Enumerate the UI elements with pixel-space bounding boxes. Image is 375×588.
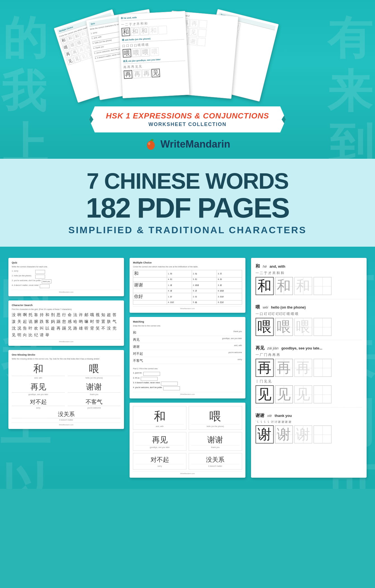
stat-words: 7 CHINESE WORDS bbox=[6, 170, 369, 192]
matching-row: 再见 goodbye, see you later bbox=[133, 337, 242, 343]
matching-footer: WriteMandarin.com bbox=[133, 392, 242, 395]
matching-title: Matching bbox=[133, 320, 242, 323]
char-section-zaijian: 再见 zài jiàn goodbye, see you late... 一厂冂… bbox=[256, 345, 362, 408]
banner-title: HSK 1 EXPRESSIONS & CONJUNCTIONS bbox=[106, 111, 269, 120]
brand-name: WriteMandarin bbox=[160, 138, 230, 150]
quiz-footer: WriteMandarin.com bbox=[12, 290, 121, 293]
quiz-thumbnail: Quiz Write the correct characters for ea… bbox=[8, 258, 124, 296]
middle-column: Multiple Choice Circle the correct one w… bbox=[130, 258, 245, 478]
top-section: 的 有 我 来 上 到 Multiple Choice Circle the c… bbox=[0, 0, 375, 159]
content-grid: Quiz Write the correct characters for ea… bbox=[8, 258, 367, 478]
trace-box-medium: 谢 bbox=[275, 425, 293, 444]
mc-title: Multiple Choice bbox=[133, 261, 242, 264]
matching-row: 和 thank you bbox=[133, 330, 242, 336]
quiz-title: Quiz bbox=[12, 261, 121, 264]
char-card-thumbnail: 和 and, with 喂 hello (on the phone) 再见 go… bbox=[130, 403, 245, 478]
char-section-he: 和 hé and, with 一二于才禾和和 和 和 和 bbox=[256, 263, 362, 299]
trace-box-solid: 和 bbox=[256, 277, 274, 295]
trace-box-empty bbox=[313, 385, 332, 403]
matching-subtitle: Draw the line to the correct one. bbox=[133, 325, 242, 327]
char-search-subtitle: Find the characters in the grid. (Find 2… bbox=[12, 308, 121, 310]
trace-box-solid: 再 bbox=[256, 359, 274, 377]
svg-point-1 bbox=[147, 141, 155, 150]
trace-box-solid: 见 bbox=[256, 385, 274, 403]
trace-box-solid: 谢 bbox=[256, 425, 274, 444]
stat-pages: 182 PDF PAGES bbox=[6, 194, 369, 222]
trace-box-empty bbox=[313, 359, 332, 377]
trace-box-medium: 再 bbox=[275, 359, 293, 377]
mc-footer: WriteMandarin.com bbox=[133, 306, 242, 309]
trace-box-outline: 谢 bbox=[294, 425, 312, 444]
missing-stroke-subtitle: Write the missing stroke in the correct … bbox=[12, 358, 121, 360]
trace-row-xie: 谢 谢 谢 bbox=[256, 425, 362, 444]
svg-point-2 bbox=[148, 142, 150, 145]
trace-box-outline: 和 bbox=[294, 277, 312, 295]
trace-box-empty bbox=[313, 318, 332, 336]
banner: HSK 1 EXPRESSIONS & CONJUNCTIONS WORKSHE… bbox=[89, 106, 286, 132]
trace-box-outline: 喂 bbox=[294, 318, 312, 336]
middle-section: 7 CHINESE WORDS 182 PDF PAGES SIMPLIFIED… bbox=[0, 159, 375, 247]
matching-row: 不客气 sorry bbox=[133, 358, 242, 364]
brand-section: WriteMandarin bbox=[0, 132, 375, 159]
stroke-order-he: 一二于才禾和和 bbox=[256, 271, 362, 276]
trace-row-wei: 喂 喂 喂 bbox=[256, 318, 362, 336]
trace-box-outline: 再 bbox=[294, 359, 312, 377]
trace-box-medium: 和 bbox=[275, 277, 293, 295]
banner-container: HSK 1 EXPRESSIONS & CONJUNCTIONS WORKSHE… bbox=[0, 106, 375, 132]
matching-row: 对不起 you're welcome bbox=[133, 351, 242, 357]
quiz-subtitle: Write the correct characters for each on… bbox=[12, 266, 121, 268]
trace-box-medium: 见 bbox=[275, 385, 293, 403]
char-section-wei: 喂 wèi hello (on the phone) 一口叮叮叮叮叮叮喂喂喂 喂… bbox=[256, 304, 362, 340]
banner-subtitle: WORKSHEET COLLECTION bbox=[106, 122, 269, 127]
trace-box-solid: 喂 bbox=[256, 318, 274, 336]
stroke-order-jian: 丨冂见见 bbox=[256, 379, 362, 384]
matching-row: 谢谢 and, with bbox=[133, 344, 242, 350]
mc-table: 和 1. 和2. 知3. 禾 4. 利5. 利6. 和 谢谢 1. 谢2. 谢谢… bbox=[133, 270, 242, 305]
missing-stroke-footer: WriteMandarin.com bbox=[12, 423, 121, 426]
stat-chars: SIMPLIFIED & TRADITIONAL CHARACTERS bbox=[6, 225, 369, 235]
char-section-xiexie: 谢谢 xiè thank you ` 讠 讠 讠 讠 讨 讨 谢 谢 谢 谢 谢… bbox=[256, 413, 362, 447]
tracing-sheet: 和 hé and, with 一二于才禾和和 和 和 和 喂 wè bbox=[251, 258, 367, 478]
trace-box-empty bbox=[313, 277, 332, 295]
stroke-order-xie: ` 讠 讠 讠 讠 讨 讨 谢 谢 谢 谢 bbox=[256, 420, 362, 424]
trace-box-medium: 喂 bbox=[275, 318, 293, 336]
left-column: Quiz Write the correct characters for ea… bbox=[8, 258, 124, 478]
trace-row-he: 和 和 和 bbox=[256, 277, 362, 295]
char-search-title: Character Search bbox=[12, 304, 121, 307]
worksheet-card-3: 和 hé and, with 一 二 于 才 禾 和 和 和 和 和 和 喂 w… bbox=[118, 11, 189, 98]
missing-stroke-title: One Missing Stroke bbox=[12, 353, 121, 356]
char-search-thumbnail: Character Search Find the characters in … bbox=[8, 300, 124, 346]
stroke-order-wei: 一口叮叮叮叮叮叮喂喂喂 bbox=[256, 312, 362, 316]
trace-box-empty bbox=[313, 425, 332, 444]
char-search-footer: WriteMandarin.com bbox=[12, 339, 121, 342]
char-card-footer: WriteMandarin.com bbox=[133, 471, 242, 474]
worksheets-preview: Multiple Choice Circle the correct one w… bbox=[0, 11, 375, 101]
matching-thumbnail: Matching Draw the line to the correct on… bbox=[130, 317, 245, 398]
multiple-choice-thumbnail: Multiple Choice Circle the correct one w… bbox=[130, 258, 245, 313]
bottom-section: 的 我 上 以 有 来 到 可 Quiz Write the correct c… bbox=[0, 247, 375, 489]
missing-stroke-thumbnail: One Missing Stroke Write the missing str… bbox=[8, 350, 124, 429]
brand-icon bbox=[145, 138, 157, 150]
trace-row-jian: 见 见 见 bbox=[256, 385, 362, 403]
stroke-order-zai: 一厂冂冉再再 bbox=[256, 353, 362, 357]
mc-subtitle: Circle the correct one which matches the… bbox=[133, 266, 242, 268]
trace-box-outline: 见 bbox=[294, 385, 312, 403]
trace-row-zai: 再 再 再 bbox=[256, 359, 362, 377]
